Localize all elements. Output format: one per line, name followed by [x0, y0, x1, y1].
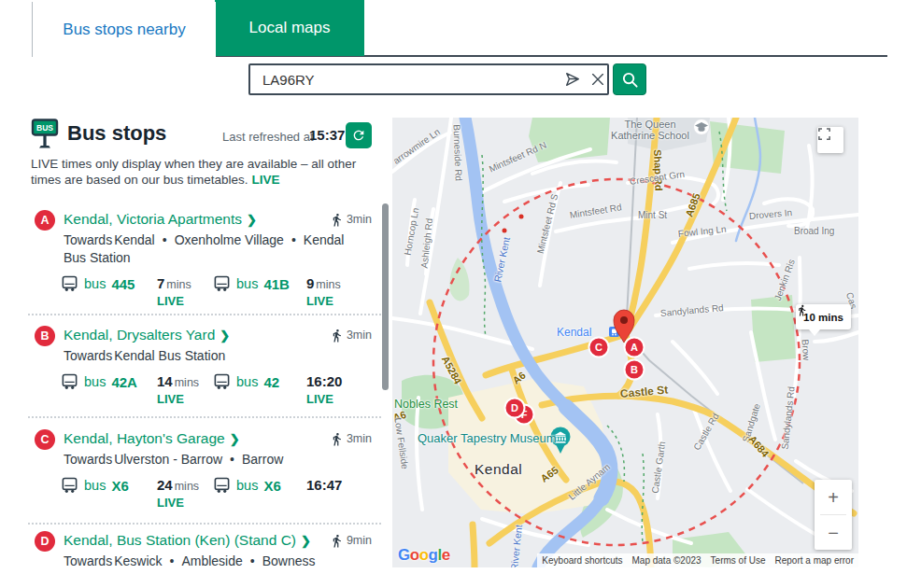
refresh-icon: [351, 127, 366, 144]
stop-link-bus-station[interactable]: Kendal, Bus Station (Ken) (Stand C): [64, 532, 296, 549]
walk-time: 3min: [330, 329, 372, 343]
last-refreshed-label: Last refreshed at: [222, 130, 314, 144]
departure-time: 24mins LIVE: [157, 477, 213, 510]
towards-list: TowardsKendal Bus Station: [64, 347, 357, 365]
report-map-error-link[interactable]: Report a map error: [771, 553, 858, 567]
map-attribution-bar: Keyboard shortcuts Map data ©2023 Terms …: [537, 553, 858, 567]
stop-link-drysalters-yard[interactable]: Kendal, Drysalters Yard: [64, 327, 215, 343]
chevron-right-icon: [220, 329, 230, 343]
live-note: LIVE times only display when they are av…: [31, 156, 380, 188]
last-refreshed-time: 15:37: [309, 127, 345, 143]
stop-badge-b: B: [35, 326, 55, 346]
tab-bus-stops-label: Bus stops nearby: [63, 21, 185, 39]
bus-icon: [61, 275, 78, 292]
departure-time: 16:47: [306, 477, 372, 496]
walk-time: 3min: [330, 432, 372, 446]
walk-time-label: 3min: [347, 213, 372, 226]
departure-time: 9mins LIVE: [306, 275, 372, 308]
towards-list: TowardsKeswickAmblesideBowness: [64, 553, 357, 570]
departure-route: bus42A: [61, 373, 157, 390]
chevron-right-icon: [247, 213, 257, 227]
walk-radius-badge: 10 mins: [796, 304, 851, 329]
map-marker-c[interactable]: C: [589, 338, 609, 357]
stop-badge-d: D: [35, 531, 55, 552]
departure-route: bus41B: [213, 275, 306, 292]
fullscreen-icon: [817, 127, 831, 141]
departure-time: 7mins LIVE: [157, 275, 213, 308]
svg-text:C: C: [595, 342, 602, 353]
walk-time: 3min: [330, 213, 372, 227]
map-dot: [519, 215, 524, 219]
svg-text:D: D: [511, 402, 518, 413]
map-dot: [503, 229, 507, 233]
tab-local-maps[interactable]: Local maps: [215, 0, 364, 56]
stop-badge-c: C: [35, 429, 55, 450]
search-button[interactable]: [613, 63, 646, 95]
zoom-out-button[interactable]: −: [815, 515, 852, 550]
bus-stop-sign-icon: BUS: [31, 119, 59, 150]
live-badge: LIVE: [306, 294, 372, 308]
stop-badge-a: A: [35, 210, 55, 231]
bus-icon: [213, 477, 231, 494]
walking-person-icon: [330, 432, 344, 446]
walking-person-icon: [330, 534, 344, 548]
keyboard-shortcuts-link[interactable]: Keyboard shortcuts: [537, 553, 627, 567]
search-icon: [621, 71, 639, 89]
tab-local-maps-label: Local maps: [249, 19, 331, 37]
departure-time: 14mins LIVE: [157, 373, 213, 406]
map-marker-b[interactable]: B: [625, 360, 645, 380]
chevron-right-icon: [301, 534, 311, 548]
clear-search-icon[interactable]: [589, 71, 606, 88]
bus-icon: [61, 373, 78, 390]
walking-person-icon: [796, 304, 808, 316]
departure-route: bus42: [213, 373, 306, 390]
live-note-badge: LIVE: [251, 173, 279, 187]
live-badge: LIVE: [306, 392, 372, 406]
locate-arrow-icon[interactable]: [564, 71, 581, 88]
bus-icon: [61, 477, 78, 494]
walk-radius-label: 10 mins: [803, 312, 843, 323]
stop-link-haytons-garage[interactable]: Kendal, Hayton's Garage: [64, 430, 225, 447]
live-badge: LIVE: [157, 294, 213, 308]
svg-text:A: A: [631, 342, 638, 353]
stop-divider: [28, 314, 381, 315]
stop-divider: [28, 416, 381, 418]
terms-of-use-link[interactable]: Terms of Use: [706, 553, 771, 567]
map-zoom-control: + −: [815, 480, 852, 550]
google-logo[interactable]: Google: [398, 546, 450, 565]
live-badge: LIVE: [157, 496, 213, 510]
refresh-button[interactable]: [346, 122, 372, 148]
map-marker-d[interactable]: D: [505, 399, 525, 418]
walk-time-label: 3min: [347, 432, 372, 445]
bus-stop-item: C Kendal, Hayton's Garage 3min TowardsUl…: [28, 430, 372, 510]
zoom-in-button[interactable]: +: [815, 480, 852, 514]
list-scrollbar[interactable]: [382, 203, 389, 390]
bus-stop-item: A Kendal, Victoria Apartments 3min Towar…: [28, 211, 372, 308]
walk-time-label: 3min: [347, 329, 372, 342]
stop-link-victoria-apartments[interactable]: Kendal, Victoria Apartments: [64, 211, 242, 228]
map-canvas[interactable]: F D C A B The Queen Katherine School Sha…: [392, 118, 858, 567]
svg-text:BUS: BUS: [36, 123, 53, 133]
walk-radius-badge-pointer: [809, 329, 820, 336]
bus-stop-item: B Kendal, Drysalters Yard 3min TowardsKe…: [28, 327, 372, 406]
fullscreen-button[interactable]: [817, 127, 843, 153]
search-input[interactable]: [248, 63, 609, 95]
walk-time: 9min: [330, 534, 372, 548]
map-marker-a[interactable]: A: [625, 338, 645, 357]
towards-list: TowardsUlverston - BarrowBarrow: [64, 451, 357, 469]
live-note-text: LIVE times only display when they are av…: [31, 157, 356, 187]
departure-route: bus445: [61, 275, 157, 292]
departure-route: busX6: [213, 477, 306, 494]
tab-bus-stops-nearby[interactable]: Bus stops nearby: [32, 2, 216, 57]
bus-icon: [213, 373, 231, 390]
walking-person-icon: [330, 213, 344, 227]
svg-text:B: B: [631, 364, 638, 375]
map-graphics: F D C A B: [392, 118, 858, 567]
walk-time-label: 9min: [347, 534, 372, 547]
departure-time: 16:20 LIVE: [306, 373, 372, 406]
live-badge: LIVE: [157, 392, 213, 406]
walking-person-icon: [330, 329, 344, 343]
bus-icon: [213, 275, 231, 292]
bus-stop-item: D Kendal, Bus Station (Ken) (Stand C) 9m…: [28, 532, 372, 570]
map-data-copyright: Map data ©2023: [628, 553, 706, 567]
